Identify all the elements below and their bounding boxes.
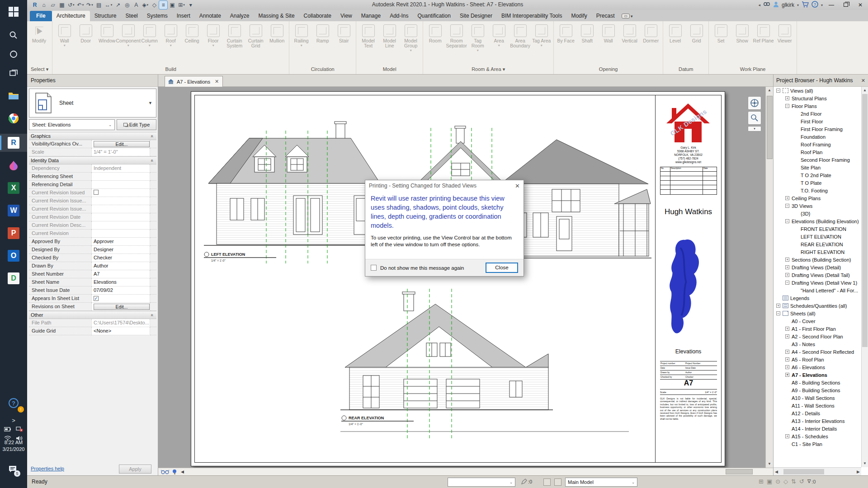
tab-massing-site[interactable]: Massing & Site bbox=[254, 11, 299, 21]
sheet-a7[interactable]: LEFT ELEVATION 1/4" = 1'-0" bbox=[191, 91, 725, 466]
type-selector[interactable]: Sheet ▼ bbox=[29, 89, 156, 117]
app-store-cart-icon[interactable] bbox=[802, 1, 809, 9]
by-face-button[interactable]: By Face bbox=[555, 23, 576, 43]
mullion-button[interactable]: Mullion bbox=[266, 23, 288, 43]
ribbon-panel-label-select[interactable]: Select ▾ bbox=[27, 66, 52, 74]
scroll-down-icon[interactable]: ▼ bbox=[766, 460, 773, 468]
ref-plane-button[interactable]: Ref Plane bbox=[753, 23, 774, 43]
dormer-button[interactable]: Dormer bbox=[640, 23, 661, 43]
property-group-graphics[interactable]: Graphics« bbox=[29, 132, 156, 140]
tree-item-t-o-plate[interactable]: T O Plate bbox=[774, 179, 861, 187]
dialog-close-button[interactable]: Close bbox=[486, 263, 518, 273]
ribbon-panel-label-room-area[interactable]: Room & Area ▾ bbox=[423, 66, 553, 74]
tree-item-roof-plan[interactable]: Roof Plan bbox=[774, 148, 861, 156]
tree-item-front-elevation[interactable]: FRONT ELEVATION bbox=[774, 225, 861, 233]
project-browser-close-icon[interactable]: ✕ bbox=[861, 78, 865, 84]
ribbon-panel-label-build[interactable]: Build bbox=[52, 66, 289, 74]
expand-icon[interactable]: + bbox=[785, 273, 789, 277]
set-button[interactable]: Set bbox=[710, 23, 731, 43]
tab-analyze[interactable]: Analyze bbox=[226, 11, 254, 21]
tree-item-left-elevation[interactable]: LEFT ELEVATION bbox=[774, 233, 861, 240]
stair-button[interactable]: Stair bbox=[333, 23, 354, 43]
tree-item-a1-first-floor-plan[interactable]: +A1 - First Floor Plan bbox=[774, 325, 861, 333]
ribbon-panel-label-circulation[interactable]: Circulation bbox=[289, 66, 356, 74]
tag-area-button[interactable]: Tag Area▼ bbox=[531, 23, 552, 47]
canvas-hscroll-thumb[interactable] bbox=[726, 469, 753, 474]
tree-item-3d[interactable]: {3D} bbox=[774, 210, 861, 217]
modify-button[interactable]: ▲Modify bbox=[28, 23, 50, 43]
type-filter-combo[interactable]: Sheet: Elevations⌄ bbox=[29, 119, 115, 130]
reveal-hidden-elements-icon[interactable] bbox=[161, 469, 169, 474]
collapse-icon[interactable]: − bbox=[785, 104, 789, 108]
minimize-button[interactable]: — bbox=[826, 2, 837, 8]
do-not-show-checkbox[interactable] bbox=[371, 265, 377, 271]
ribbon-panel-label-model[interactable]: Model bbox=[356, 66, 423, 74]
expand-icon[interactable]: + bbox=[785, 196, 789, 200]
design-options-combo[interactable]: Main Model⌄ bbox=[565, 478, 637, 487]
close-button[interactable]: ✕ bbox=[854, 2, 866, 8]
tab-precast[interactable]: Precast bbox=[592, 11, 619, 21]
tree-item-a5-roof-plan[interactable]: +A5 - Roof Plan bbox=[774, 356, 861, 363]
tab-annotate[interactable]: Annotate bbox=[195, 11, 226, 21]
tree-item-a9-building-sections[interactable]: A9 - Building Sections bbox=[774, 386, 861, 394]
browser-vscroll-thumb[interactable] bbox=[862, 94, 868, 347]
expand-icon[interactable]: + bbox=[785, 365, 789, 369]
task-view-icon[interactable] bbox=[6, 66, 21, 80]
chrome-icon[interactable] bbox=[6, 111, 21, 126]
excel-icon[interactable]: X bbox=[6, 181, 21, 195]
tab-collaborate[interactable]: Collaborate bbox=[299, 11, 336, 21]
help-notification-icon[interactable]: ?! bbox=[6, 396, 21, 410]
expand-icon[interactable]: + bbox=[785, 327, 789, 331]
titlebar[interactable]: R⌂▱▦↺▾↶▾↷▾▤↔▾↗◎A◈▾◇≡▣⊞▾▾ Autodesk Revit … bbox=[27, 0, 868, 10]
tab-site-designer[interactable]: Site Designer bbox=[455, 11, 497, 21]
model-group-button[interactable]: Model Group▼ bbox=[400, 23, 421, 52]
collapse-icon[interactable]: − bbox=[776, 311, 780, 315]
chevron-left-icon[interactable]: ◂ bbox=[758, 3, 760, 7]
apply-button[interactable]: Apply bbox=[119, 465, 151, 474]
design-options-icon[interactable] bbox=[554, 479, 561, 486]
expand-icon[interactable]: + bbox=[785, 357, 789, 361]
tree-item-site-plan[interactable]: Site Plan bbox=[774, 164, 861, 171]
steering-wheel-icon[interactable] bbox=[748, 96, 761, 110]
signed-in-user[interactable]: glkirk bbox=[782, 2, 794, 8]
tree-item-views-all[interactable]: −Views (all) bbox=[774, 87, 861, 94]
start-button-icon[interactable] bbox=[6, 5, 21, 19]
expand-icon[interactable]: + bbox=[785, 258, 789, 262]
select-by-face-icon[interactable]: ◇ bbox=[783, 478, 788, 485]
browser-scroll-down-icon[interactable]: ▼ bbox=[862, 460, 868, 467]
viewer-button[interactable]: Viewer bbox=[774, 23, 795, 43]
help-menu-caret-icon[interactable]: ▾ bbox=[821, 3, 823, 7]
edit-type-button[interactable]: Edit Type bbox=[117, 119, 156, 130]
view-tab-a7-elevations[interactable]: A7 - Elevations ✕ bbox=[165, 76, 223, 87]
revisions-on-sheet-edit-button[interactable]: Edit... bbox=[94, 304, 150, 310]
expand-icon[interactable]: + bbox=[785, 265, 789, 269]
tab-systems[interactable]: Systems bbox=[142, 11, 172, 21]
collapse-icon[interactable]: − bbox=[785, 219, 789, 223]
tree-item-3d-views[interactable]: −3D Views bbox=[774, 202, 861, 210]
properties-help-link[interactable]: Properties help bbox=[31, 466, 64, 471]
background-processes-icon[interactable]: ↺ bbox=[799, 478, 804, 485]
room-button[interactable]: Room bbox=[425, 23, 446, 43]
tree-item-t-o-2nd-plate[interactable]: T O 2nd Plate bbox=[774, 171, 861, 179]
tab-quantification[interactable]: Quantification bbox=[413, 11, 455, 21]
taskbar-clock[interactable]: 8:22 AM3/21/2020 bbox=[0, 439, 27, 453]
tree-item-a15-schedules[interactable]: +A15 - Schedules bbox=[774, 432, 861, 440]
curtain-grid-button[interactable]: Curtain Grid bbox=[245, 23, 266, 48]
powerpoint-icon[interactable]: P bbox=[6, 226, 21, 240]
select-pinned-icon[interactable]: ⊙ bbox=[775, 478, 780, 485]
appears-in-sheet-list-checkbox[interactable]: ✓ bbox=[94, 296, 99, 301]
tab-manage[interactable]: Manage bbox=[357, 11, 385, 21]
tree-item-rear-elevation[interactable]: REAR ELEVATION bbox=[774, 240, 861, 248]
vertical-button[interactable]: Vertical bbox=[619, 23, 640, 43]
editing-requests[interactable]: :0 bbox=[521, 479, 532, 485]
tree-item-a14-interior-details[interactable]: A14 - Interior Details bbox=[774, 425, 861, 432]
drag-on-selection-icon[interactable]: ⇅ bbox=[791, 478, 796, 485]
help-icon[interactable]: ? bbox=[811, 1, 818, 9]
grid-button[interactable]: Grid bbox=[686, 23, 707, 43]
tree-item-a7-elevations[interactable]: +A7 - Elevations bbox=[774, 371, 861, 379]
shaft-button[interactable]: Shaft bbox=[576, 23, 598, 43]
tree-item-drafting-views-detail[interactable]: +Drafting Views (Detail) bbox=[774, 263, 861, 271]
ethernet-error-icon[interactable] bbox=[15, 426, 24, 433]
tree-item-first-floor-framing[interactable]: First Floor Framing bbox=[774, 125, 861, 133]
tree-item-drafting-views-detail-tail[interactable]: +Drafting Views (Detail Tail) bbox=[774, 271, 861, 279]
